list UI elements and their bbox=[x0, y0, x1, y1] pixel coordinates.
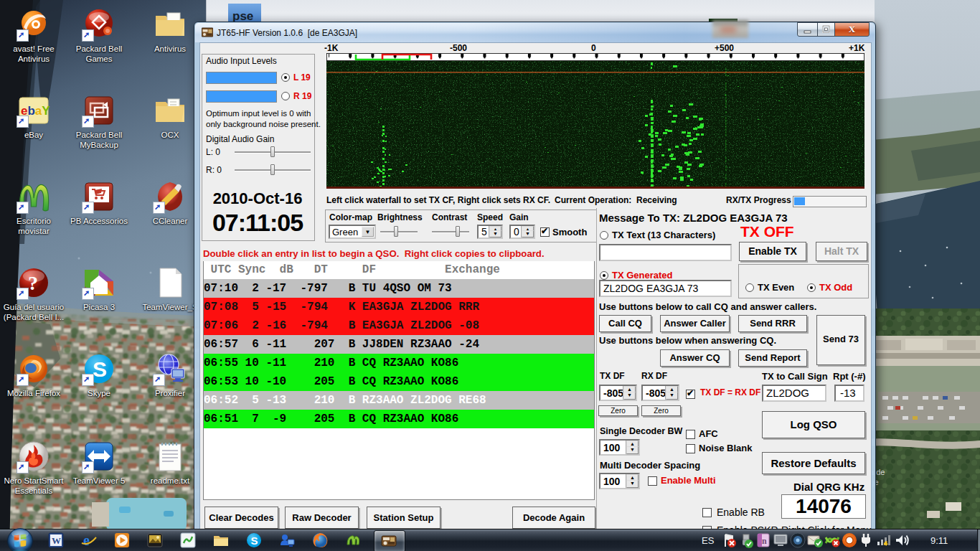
svg-text:S: S bbox=[251, 534, 258, 547]
svg-text:W: W bbox=[52, 535, 61, 546]
svg-text:e: e bbox=[83, 532, 90, 548]
svg-text:n: n bbox=[762, 536, 767, 546]
